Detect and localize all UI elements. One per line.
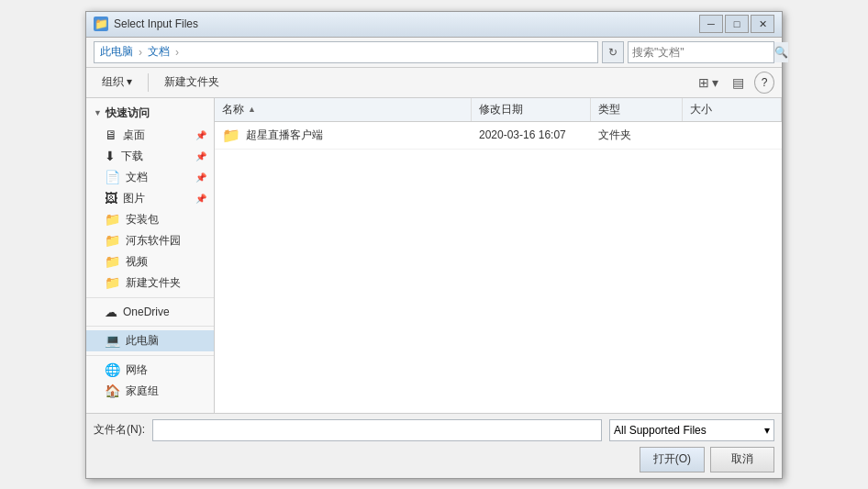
cancel-button[interactable]: 取消 <box>710 447 774 472</box>
sidebar-item-thispc[interactable]: 💻 此电脑 <box>86 330 214 351</box>
organize-label: 组织 ▾ <box>102 74 132 90</box>
pictures-icon: 🖼 <box>105 191 117 206</box>
open-button[interactable]: 打开(O) <box>640 447 705 472</box>
col-name-label: 名称 <box>222 102 244 117</box>
search-button[interactable]: 🔍 <box>773 42 788 62</box>
toolbar: 组织 ▾ 新建文件夹 ⊞ ▾ ▤ ? <box>86 68 782 98</box>
close-button[interactable]: ✕ <box>751 15 774 33</box>
window-controls: ─ □ ✕ <box>699 15 774 33</box>
homegroup-label: 家庭组 <box>126 383 159 399</box>
pin-icon-download: 📌 <box>195 151 206 161</box>
buttons-row: 打开(O) 取消 <box>94 447 774 472</box>
preview-pane-button[interactable]: ▤ <box>725 72 751 94</box>
pin-icon-desktop: 📌 <box>195 130 206 140</box>
sidebar-item-hedong[interactable]: 📁 河东软件园 <box>86 230 214 251</box>
address-sep-1: › <box>139 46 142 59</box>
hedong-icon: 📁 <box>105 233 120 248</box>
network-icon: 🌐 <box>105 362 120 377</box>
thispc-icon: 💻 <box>105 333 120 348</box>
filename-row: 文件名(N): All Supported Files ▾ <box>94 419 774 441</box>
search-box: 🔍 <box>628 41 774 63</box>
col-header-type[interactable]: 类型 <box>591 98 683 121</box>
pin-icon-pictures: 📌 <box>195 194 206 204</box>
col-type-label: 类型 <box>598 102 620 117</box>
new-folder-label: 新建文件夹 <box>164 74 219 90</box>
sidebar: ▼ 快速访问 🖥 桌面 📌 ⬇ 下载 📌 📄 文档 📌 🖼 图片 <box>86 98 215 413</box>
thispc-label: 此电脑 <box>126 333 159 349</box>
table-row[interactable]: 📁 超星直播客户端 2020-03-16 16:07 文件夹 <box>215 122 782 150</box>
file-list: 名称 ▲ 修改日期 类型 大小 📁 超星直播客户端 <box>215 98 782 413</box>
download-label: 下载 <box>121 149 143 164</box>
open-label: 打开(O) <box>653 451 691 467</box>
file-type-cell: 文件夹 <box>591 123 683 148</box>
dialog-title: Select Input Files <box>114 17 699 30</box>
desktop-icon: 🖥 <box>105 128 117 142</box>
search-input[interactable] <box>629 46 773 59</box>
file-list-header: 名称 ▲ 修改日期 类型 大小 <box>215 98 782 122</box>
sidebar-divider-3 <box>86 355 214 356</box>
filename-input[interactable] <box>152 419 602 441</box>
quick-access-header[interactable]: ▼ 快速访问 <box>86 102 214 125</box>
filetype-dropdown[interactable]: All Supported Files ▾ <box>609 419 774 441</box>
main-content: ▼ 快速访问 🖥 桌面 📌 ⬇ 下载 📌 📄 文档 📌 🖼 图片 <box>86 98 782 413</box>
col-date-label: 修改日期 <box>479 102 523 117</box>
organize-button[interactable]: 组织 ▾ <box>94 72 140 94</box>
col-header-date[interactable]: 修改日期 <box>472 98 591 121</box>
sidebar-item-documents[interactable]: 📄 文档 📌 <box>86 167 214 188</box>
homegroup-icon: 🏠 <box>105 383 120 398</box>
toolbar-right: ⊞ ▾ ▤ ? <box>696 72 774 94</box>
sidebar-item-video[interactable]: 📁 视频 <box>86 251 214 272</box>
maximize-button[interactable]: □ <box>725 15 749 33</box>
address-sep-2: › <box>175 46 179 59</box>
sidebar-item-desktop[interactable]: 🖥 桌面 📌 <box>86 125 214 146</box>
download-icon: ⬇ <box>105 149 116 163</box>
newfolder-label: 新建文件夹 <box>126 275 181 291</box>
bottom-bar: 文件名(N): All Supported Files ▾ 打开(O) 取消 <box>86 413 782 478</box>
video-icon: 📁 <box>105 254 120 269</box>
filetype-chevron: ▾ <box>764 424 770 437</box>
newfolder-icon: 📁 <box>105 275 120 290</box>
documents-icon: 📄 <box>105 170 120 184</box>
col-size-label: 大小 <box>690 102 712 117</box>
sidebar-item-onedrive[interactable]: ☁ OneDrive <box>86 302 214 322</box>
sort-icon-name: ▲ <box>248 105 256 114</box>
col-header-name[interactable]: 名称 ▲ <box>215 98 472 121</box>
install-label: 安装包 <box>126 212 159 228</box>
quick-access-label: 快速访问 <box>106 106 150 121</box>
onedrive-icon: ☁ <box>105 305 117 319</box>
sidebar-item-install[interactable]: 📁 安装包 <box>86 209 214 230</box>
select-input-files-dialog: 📁 Select Input Files ─ □ ✕ 此电脑 › 文档 › ↻ … <box>85 11 783 479</box>
dialog-icon: 📁 <box>94 17 108 31</box>
filename-label: 文件名(N): <box>94 422 145 438</box>
sidebar-divider-2 <box>86 326 214 327</box>
address-path[interactable]: 此电脑 › 文档 › <box>94 41 598 63</box>
folder-icon: 📁 <box>222 127 240 144</box>
filetype-value: All Supported Files <box>614 424 707 437</box>
hedong-label: 河东软件园 <box>126 233 181 249</box>
sidebar-item-network[interactable]: 🌐 网络 <box>86 360 214 381</box>
video-label: 视频 <box>126 254 148 270</box>
refresh-button[interactable]: ↻ <box>602 41 624 63</box>
new-folder-button[interactable]: 新建文件夹 <box>156 72 228 94</box>
sidebar-item-homegroup[interactable]: 🏠 家庭组 <box>86 381 214 402</box>
sidebar-item-newfolder[interactable]: 📁 新建文件夹 <box>86 272 214 294</box>
sidebar-item-pictures[interactable]: 🖼 图片 📌 <box>86 188 214 209</box>
address-bar: 此电脑 › 文档 › ↻ 🔍 <box>86 38 782 68</box>
pictures-label: 图片 <box>123 191 145 206</box>
pin-icon-documents: 📌 <box>195 172 206 183</box>
file-name-cell: 📁 超星直播客户端 <box>215 122 472 149</box>
onedrive-label: OneDrive <box>123 306 170 318</box>
col-header-size[interactable]: 大小 <box>683 98 782 121</box>
address-part-thispc: 此电脑 <box>100 44 133 60</box>
file-date-cell: 2020-03-16 16:07 <box>472 124 591 146</box>
network-label: 网络 <box>126 362 148 378</box>
install-icon: 📁 <box>105 212 120 227</box>
documents-label: 文档 <box>126 170 148 185</box>
address-part-documents: 文档 <box>148 44 170 60</box>
quick-access-chevron: ▼ <box>94 108 102 117</box>
help-button[interactable]: ? <box>754 72 774 94</box>
file-name: 超星直播客户端 <box>246 128 323 143</box>
minimize-button[interactable]: ─ <box>699 15 723 33</box>
sidebar-item-download[interactable]: ⬇ 下载 📌 <box>86 146 214 167</box>
view-mode-button[interactable]: ⊞ ▾ <box>696 72 721 94</box>
